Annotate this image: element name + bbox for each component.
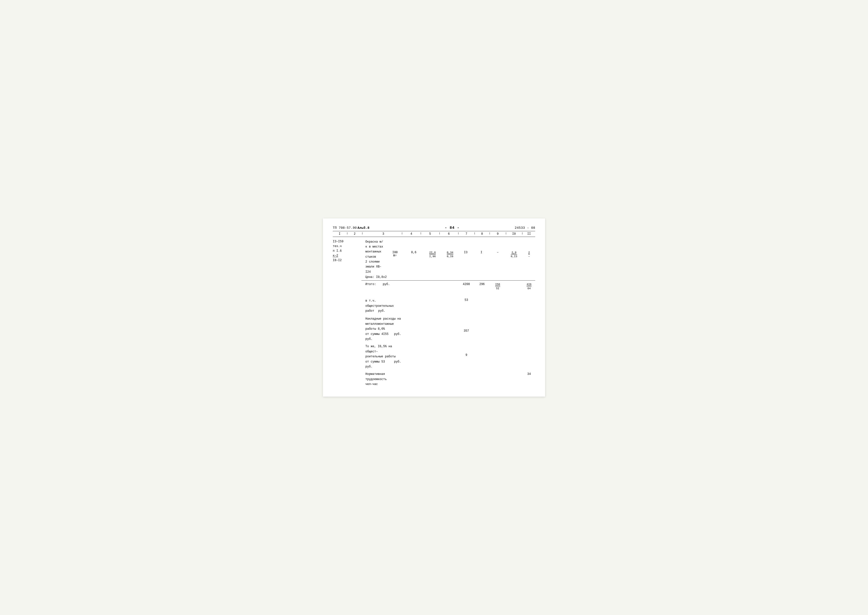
price-row: Цена: I0,8x2 [333, 275, 535, 279]
col4-value: I00 М² [386, 239, 404, 258]
tz-line3: от суммы 53 руб. [365, 359, 391, 370]
nk-empty [333, 316, 361, 342]
col4-num: I00 [386, 251, 404, 254]
tz-9 [490, 344, 505, 369]
ob-5 [422, 298, 439, 314]
obsch-unit: руб. [378, 309, 386, 314]
tz-6 [440, 344, 457, 369]
code-i8i2: I8–I2 [333, 258, 347, 263]
code-pi6: п I.6 [333, 249, 347, 253]
tozhe-col7: 9 [465, 353, 467, 357]
col6-value: 2I,6 I,96 [424, 239, 441, 258]
col5-value: 0,6 [405, 239, 422, 254]
col7-fraction: 0,34 0,I0 [447, 251, 453, 258]
col3-header: 3 [363, 232, 401, 236]
nk-line4-row: от суммы 4I55 руб. руб. [365, 332, 401, 342]
itogo-col7: 4208 [463, 283, 470, 286]
nk-line4: от суммы 4I55 руб. [365, 332, 391, 342]
naklad-desc: Накладные расходы на металломонтажные ра… [363, 316, 401, 342]
col6-fraction: 2I,6 I,96 [429, 251, 436, 258]
section-naklad: Накладные расходы на металломонтажные ра… [333, 316, 535, 342]
nk-9 [490, 316, 505, 342]
tz-7: 9 [459, 344, 474, 369]
col8-value: I3 [459, 239, 473, 254]
page: ТП 708-57.90 Альб.8 - 84 - 24533 - 08 I … [323, 219, 545, 397]
col4-header: 4 [403, 232, 420, 236]
col12-value: 2 – [523, 239, 535, 258]
section-norm: Нормативная трудоемкость чел–час [333, 371, 535, 387]
nk-10 [507, 316, 521, 342]
obsch-col7: 53 [465, 298, 468, 302]
nk-line2: металломонтажные [365, 322, 401, 326]
header-num: - 84 - [390, 226, 515, 230]
nm-11: 34 [523, 372, 535, 376]
row-codes: I3–I59 тех.ч п I.6 к–2 I8–I2 [333, 239, 347, 263]
tz-11 [523, 344, 535, 369]
col11-top: 2,9 [511, 251, 517, 255]
itogo-col11-bot: 64 [526, 287, 531, 290]
tz-5 [422, 344, 439, 369]
obsch-line2-row: работ руб. [365, 309, 401, 314]
obsch-line1: в т.ч. общестроительных [365, 298, 401, 309]
column-header-row: I ! 2 ! 3 ! 4 ! 5 ! 6 ! 7 ! 8 ! 9 ! I0 !… [333, 231, 535, 237]
naklad-col7: 357 [464, 329, 469, 332]
itogo-col8: 296 [479, 283, 485, 286]
col7-value: 0,34 0,I0 [443, 239, 457, 258]
itogo-unit: руб. [382, 283, 390, 286]
ob-10 [507, 298, 521, 314]
col11-bot: 0,I3 [511, 255, 517, 258]
tz-4 [403, 344, 420, 369]
header-row: ТП 708-57.90 Альб.8 - 84 - 24533 - 08 [333, 226, 535, 231]
col8-num: I3 [459, 251, 473, 254]
col11-value: 2,9 0,I3 [507, 239, 521, 258]
col8-header: 8 [475, 232, 489, 236]
col12-fraction: 2 – [528, 251, 530, 258]
ob-9 [490, 298, 505, 314]
col10-header: I0 [507, 232, 521, 236]
nk-8 [475, 316, 489, 342]
tz-10 [507, 344, 521, 369]
obsch-row: в т.ч. общестроительных работ руб. 53 [333, 298, 535, 314]
norm-col11: 34 [527, 372, 531, 376]
col6-header: 6 [440, 232, 457, 236]
obsch-desc: в т.ч. общестроительных работ руб. [363, 298, 401, 314]
col5-header: 5 [422, 232, 439, 236]
nk-7: 357 [459, 316, 474, 342]
it-col11: 4I6 64 [523, 283, 535, 290]
tz-empty [333, 344, 361, 369]
col10-dash: – [490, 251, 505, 254]
content-area: I3–I59 тех.ч п I.6 к–2 I8–I2 Окраска м/к… [333, 239, 535, 387]
itogo-col11-frac: 4I6 64 [526, 283, 531, 290]
tz-line3-row: от суммы 53 руб. руб. [365, 359, 401, 370]
col6-bot: I,96 [429, 255, 436, 258]
col12-top: 2 [528, 251, 530, 255]
itogo-label: Итого: [365, 283, 376, 286]
naklad-row: Накладные расходы на металломонтажные ра… [333, 316, 535, 342]
tz-unit: руб. [394, 359, 401, 364]
code-i3i59: I3–I59 [333, 239, 347, 244]
main-data-row: I3–I59 тех.ч п I.6 к–2 I8–I2 Окраска м/к… [333, 239, 535, 275]
col10-value: – [490, 239, 505, 254]
ob-11 [523, 298, 535, 314]
col7-header: 7 [459, 232, 474, 236]
nk-11 [523, 316, 535, 342]
nk-unit: руб. [394, 332, 401, 337]
col12-bot: – [528, 255, 530, 258]
header-alb: Альб.8 [358, 226, 390, 230]
col7-top: 0,34 [447, 251, 453, 255]
header-tp: ТП 708-57.90 [333, 226, 358, 230]
nk-line3: работы 8,6% [365, 326, 401, 331]
obsch-line2: работ [365, 309, 374, 314]
itogo-col11-top: 4I6 [526, 283, 531, 287]
row-description: Окраска м/к в местах монтажных стыков 2 … [363, 239, 385, 275]
price-label: Цена: I0,8x2 [363, 275, 535, 279]
header-doc: 24533 - 08 [515, 226, 535, 230]
desc-line1: Окраска м/к в местах [365, 239, 385, 250]
section-tozhe: То же, I6,5% на общест– роительные работ… [333, 344, 535, 369]
code-texch: тех.ч [333, 244, 347, 249]
norm-desc: Нормативная трудоемкость чел–час [363, 371, 401, 387]
section-obsch: в т.ч. общестроительных работ руб. 53 [333, 298, 535, 314]
col6-top: 2I,6 [429, 251, 436, 255]
nk-4 [403, 316, 420, 342]
ob-8 [475, 298, 489, 314]
